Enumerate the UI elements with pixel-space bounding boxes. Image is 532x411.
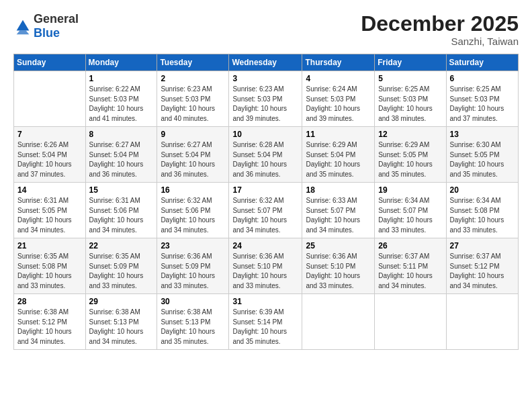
table-row: 21Sunrise: 6:35 AM Sunset: 5:08 PM Dayli… [14,238,86,294]
table-row: 18Sunrise: 6:33 AM Sunset: 5:07 PM Dayli… [302,183,375,238]
table-row: 12Sunrise: 6:29 AM Sunset: 5:05 PM Dayli… [375,127,446,183]
day-info: Sunrise: 6:37 AM Sunset: 5:11 PM Dayligh… [378,252,442,291]
header-saturday: Saturday [446,54,518,71]
table-row: 11Sunrise: 6:29 AM Sunset: 5:04 PM Dayli… [302,127,375,183]
day-number: 4 [306,74,371,83]
day-number: 5 [378,74,442,83]
day-number: 22 [89,241,154,250]
table-row: 19Sunrise: 6:34 AM Sunset: 5:07 PM Dayli… [375,183,446,238]
table-row [375,294,446,350]
day-info: Sunrise: 6:23 AM Sunset: 5:03 PM Dayligh… [232,85,298,124]
table-row: 3Sunrise: 6:23 AM Sunset: 5:03 PM Daylig… [229,71,302,127]
day-number: 24 [232,241,298,250]
table-row [302,294,375,350]
day-number: 14 [17,185,82,195]
day-info: Sunrise: 6:29 AM Sunset: 5:04 PM Dayligh… [306,140,371,179]
logo-blue: Blue [34,26,60,40]
title-block: December 2025 Sanzhi, Taiwan [361,12,519,47]
day-info: Sunrise: 6:24 AM Sunset: 5:03 PM Dayligh… [306,85,371,124]
logo: General Blue [13,12,79,40]
logo-general: General [34,12,79,26]
day-number: 16 [161,185,225,195]
day-number: 10 [232,130,298,139]
day-info: Sunrise: 6:38 AM Sunset: 5:13 PM Dayligh… [89,308,154,347]
day-number: 3 [232,74,298,83]
header-sunday: Sunday [14,54,86,71]
day-info: Sunrise: 6:28 AM Sunset: 5:04 PM Dayligh… [232,140,298,179]
table-row: 9Sunrise: 6:27 AM Sunset: 5:04 PM Daylig… [157,127,229,183]
day-info: Sunrise: 6:23 AM Sunset: 5:03 PM Dayligh… [161,85,225,124]
day-number: 1 [89,74,154,83]
day-number: 20 [450,185,515,195]
table-row [446,294,518,350]
table-row: 20Sunrise: 6:34 AM Sunset: 5:08 PM Dayli… [446,183,518,238]
day-number: 13 [450,130,515,139]
day-info: Sunrise: 6:36 AM Sunset: 5:10 PM Dayligh… [306,252,371,291]
day-info: Sunrise: 6:34 AM Sunset: 5:07 PM Dayligh… [378,196,442,235]
header: General Blue December 2025 Sanzhi, Taiwa… [13,12,519,47]
table-row: 5Sunrise: 6:25 AM Sunset: 5:03 PM Daylig… [375,71,446,127]
day-info: Sunrise: 6:39 AM Sunset: 5:14 PM Dayligh… [232,308,298,347]
day-number: 9 [161,130,225,139]
month-title: December 2025 [361,12,519,36]
calendar-table: Sunday Monday Tuesday Wednesday Thursday… [13,54,519,350]
day-info: Sunrise: 6:38 AM Sunset: 5:13 PM Dayligh… [161,308,225,347]
table-row: 8Sunrise: 6:27 AM Sunset: 5:04 PM Daylig… [85,127,157,183]
table-row: 22Sunrise: 6:35 AM Sunset: 5:09 PM Dayli… [85,238,157,294]
table-row: 28Sunrise: 6:38 AM Sunset: 5:12 PM Dayli… [14,294,86,350]
svg-marker-1 [17,31,30,35]
day-number: 21 [17,241,82,250]
day-number: 8 [89,130,154,139]
table-row [14,71,86,127]
calendar-week-4: 28Sunrise: 6:38 AM Sunset: 5:12 PM Dayli… [14,294,519,350]
day-info: Sunrise: 6:33 AM Sunset: 5:07 PM Dayligh… [306,196,371,235]
day-info: Sunrise: 6:32 AM Sunset: 5:06 PM Dayligh… [161,196,225,235]
table-row: 10Sunrise: 6:28 AM Sunset: 5:04 PM Dayli… [229,127,302,183]
table-row: 16Sunrise: 6:32 AM Sunset: 5:06 PM Dayli… [157,183,229,238]
location: Sanzhi, Taiwan [361,36,519,47]
header-tuesday: Tuesday [157,54,229,71]
day-number: 11 [306,130,371,139]
table-row: 7Sunrise: 6:26 AM Sunset: 5:04 PM Daylig… [14,127,86,183]
day-info: Sunrise: 6:27 AM Sunset: 5:04 PM Dayligh… [161,140,225,179]
day-number: 28 [17,297,82,306]
day-number: 19 [378,185,442,195]
table-row: 4Sunrise: 6:24 AM Sunset: 5:03 PM Daylig… [302,71,375,127]
day-number: 23 [161,241,225,250]
day-info: Sunrise: 6:35 AM Sunset: 5:09 PM Dayligh… [89,252,154,291]
day-info: Sunrise: 6:25 AM Sunset: 5:03 PM Dayligh… [450,85,515,124]
table-row: 30Sunrise: 6:38 AM Sunset: 5:13 PM Dayli… [157,294,229,350]
table-row: 27Sunrise: 6:37 AM Sunset: 5:12 PM Dayli… [446,238,518,294]
day-number: 15 [89,185,154,195]
day-info: Sunrise: 6:29 AM Sunset: 5:05 PM Dayligh… [378,140,442,179]
day-info: Sunrise: 6:34 AM Sunset: 5:08 PM Dayligh… [450,196,515,235]
day-number: 26 [378,241,442,250]
header-friday: Friday [375,54,446,71]
day-info: Sunrise: 6:36 AM Sunset: 5:09 PM Dayligh… [161,252,225,291]
day-number: 18 [306,185,371,195]
logo-icon [13,17,32,36]
day-info: Sunrise: 6:26 AM Sunset: 5:04 PM Dayligh… [17,140,82,179]
header-monday: Monday [85,54,157,71]
table-row: 1Sunrise: 6:22 AM Sunset: 5:03 PM Daylig… [85,71,157,127]
day-info: Sunrise: 6:31 AM Sunset: 5:05 PM Dayligh… [17,196,82,235]
day-number: 31 [232,297,298,306]
svg-marker-0 [17,20,30,31]
header-thursday: Thursday [302,54,375,71]
table-row: 25Sunrise: 6:36 AM Sunset: 5:10 PM Dayli… [302,238,375,294]
table-row: 26Sunrise: 6:37 AM Sunset: 5:11 PM Dayli… [375,238,446,294]
header-wednesday: Wednesday [229,54,302,71]
logo-text: General Blue [34,12,79,40]
day-number: 6 [450,74,515,83]
table-row: 24Sunrise: 6:36 AM Sunset: 5:10 PM Dayli… [229,238,302,294]
day-info: Sunrise: 6:25 AM Sunset: 5:03 PM Dayligh… [378,85,442,124]
table-row: 29Sunrise: 6:38 AM Sunset: 5:13 PM Dayli… [85,294,157,350]
calendar-header-row: Sunday Monday Tuesday Wednesday Thursday… [14,54,519,71]
day-number: 30 [161,297,225,306]
table-row: 17Sunrise: 6:32 AM Sunset: 5:07 PM Dayli… [229,183,302,238]
calendar-week-3: 21Sunrise: 6:35 AM Sunset: 5:08 PM Dayli… [14,238,519,294]
day-number: 29 [89,297,154,306]
day-number: 7 [17,130,82,139]
calendar-week-2: 14Sunrise: 6:31 AM Sunset: 5:05 PM Dayli… [14,183,519,238]
table-row: 14Sunrise: 6:31 AM Sunset: 5:05 PM Dayli… [14,183,86,238]
